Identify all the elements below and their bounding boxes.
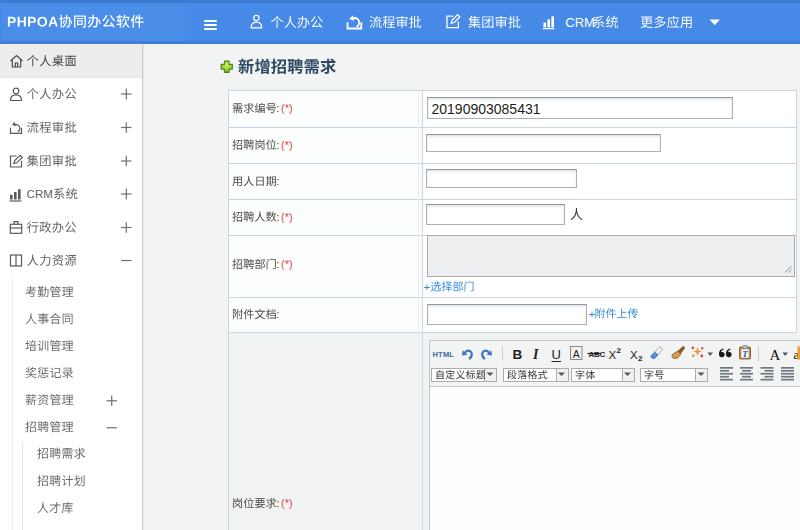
svg-text:X: X [609,349,617,361]
svg-text:+: + [589,308,596,320]
svg-text:20190903085431: 20190903085431 [432,101,541,117]
svg-text:A: A [573,348,580,360]
svg-text:X: X [630,349,638,361]
svg-text:(*): (*) [281,139,293,151]
svg-text::: : [276,211,279,223]
svg-text:A: A [770,347,781,363]
svg-text:(*): (*) [281,258,293,270]
svg-text::: : [276,175,279,187]
svg-text:I: I [532,347,539,362]
svg-text:T: T [742,349,748,359]
svg-text:B: B [513,347,523,362]
svg-text:(*): (*) [281,102,293,114]
svg-text:(*): (*) [281,497,293,509]
svg-text:ABC: ABC [589,350,606,359]
svg-text::: : [276,139,279,151]
svg-text::: : [276,497,279,509]
svg-text:2: 2 [617,346,622,355]
svg-text:U: U [552,347,561,362]
svg-text:+: + [424,281,431,293]
svg-text:2: 2 [638,354,643,363]
svg-text:CRM: CRM [565,15,595,30]
svg-text::: : [276,258,279,270]
svg-text:CRM: CRM [27,188,53,200]
svg-text::: : [276,102,279,114]
svg-text:HTML: HTML [433,350,455,359]
svg-text::: : [276,308,279,320]
svg-text:(*): (*) [281,211,293,223]
